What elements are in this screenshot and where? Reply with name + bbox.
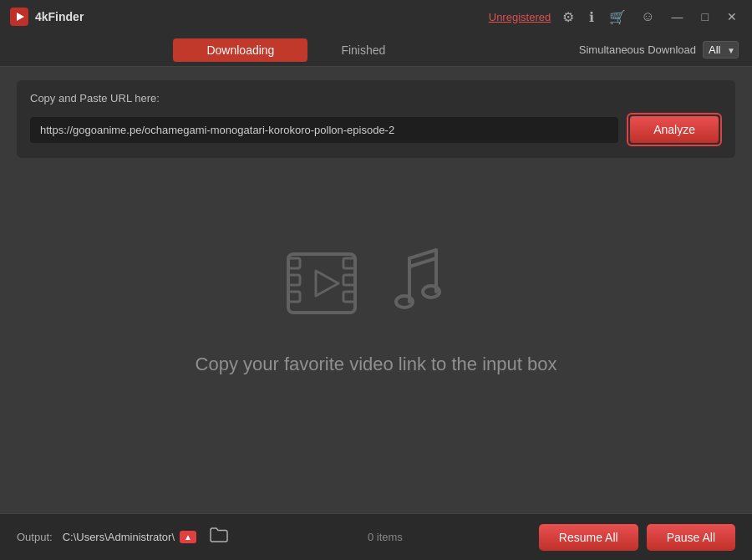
video-icon (284, 242, 376, 328)
analyze-button-wrap: Analyze (627, 113, 722, 146)
simultaneous-area: Simultaneous Download All 1 2 3 4 5 ▼ (579, 41, 739, 59)
close-button[interactable]: ✕ (722, 8, 742, 25)
output-label: Output: (17, 531, 53, 543)
simultaneous-label: Simultaneous Download (579, 43, 696, 56)
url-row: Analyze (30, 113, 722, 146)
music-icon (393, 242, 468, 328)
svg-rect-2 (288, 254, 355, 313)
empty-state-text: Copy your favorite video link to the inp… (196, 354, 557, 375)
svg-marker-9 (316, 271, 338, 296)
url-section: Copy and Paste URL here: Analyze (17, 80, 735, 158)
output-path: C:\Users\Administrator\ ▲ (63, 531, 196, 543)
analyze-button[interactable]: Analyze (630, 116, 719, 143)
folder-icon-button[interactable] (206, 527, 231, 547)
title-right: Unregistered ⚙ ℹ 🛒 ☺ — □ ✕ (489, 8, 742, 27)
tab-bar: Downloading Finished Simultaneous Downlo… (0, 33, 752, 67)
tab-finished[interactable]: Finished (307, 38, 419, 62)
app-logo (10, 8, 28, 26)
footer: Output: C:\Users\Administrator\ ▲ 0 item… (0, 513, 752, 560)
info-icon[interactable]: ℹ (586, 8, 597, 27)
feedback-icon[interactable]: ☺ (638, 8, 658, 26)
title-left: 4kFinder (10, 8, 84, 26)
svg-rect-3 (288, 258, 300, 268)
unregistered-link[interactable]: Unregistered (489, 11, 551, 23)
output-path-text: C:\Users\Administrator\ (63, 531, 175, 543)
simultaneous-dropdown-wrap: All 1 2 3 4 5 ▼ (703, 41, 739, 59)
app-name: 4kFinder (35, 10, 84, 23)
svg-rect-8 (343, 292, 355, 302)
url-input[interactable] (30, 117, 618, 143)
svg-line-14 (409, 250, 436, 258)
main-content: Copy and Paste URL here: Analyze (0, 67, 752, 513)
title-bar: 4kFinder Unregistered ⚙ ℹ 🛒 ☺ — □ ✕ (0, 0, 752, 33)
settings-icon[interactable]: ⚙ (559, 8, 577, 27)
minimize-button[interactable]: — (667, 8, 688, 25)
pause-all-button[interactable]: Pause All (647, 524, 735, 551)
resume-all-button[interactable]: Resume All (539, 524, 638, 551)
svg-rect-5 (288, 292, 300, 302)
tab-downloading[interactable]: Downloading (173, 38, 307, 62)
path-up-button[interactable]: ▲ (180, 531, 196, 543)
svg-rect-6 (343, 258, 355, 268)
url-label: Copy and Paste URL here: (30, 92, 722, 104)
empty-icons (284, 242, 468, 328)
tabs: Downloading Finished (13, 38, 579, 62)
svg-rect-4 (288, 275, 300, 285)
cart-icon[interactable]: 🛒 (606, 8, 629, 27)
maximize-button[interactable]: □ (697, 8, 714, 25)
footer-buttons: Resume All Pause All (539, 524, 735, 551)
svg-line-15 (409, 258, 436, 267)
empty-state: Copy your favorite video link to the inp… (17, 175, 735, 442)
items-count: 0 items (241, 531, 529, 543)
simultaneous-select[interactable]: All 1 2 3 4 5 (703, 41, 739, 59)
svg-rect-7 (343, 275, 355, 285)
